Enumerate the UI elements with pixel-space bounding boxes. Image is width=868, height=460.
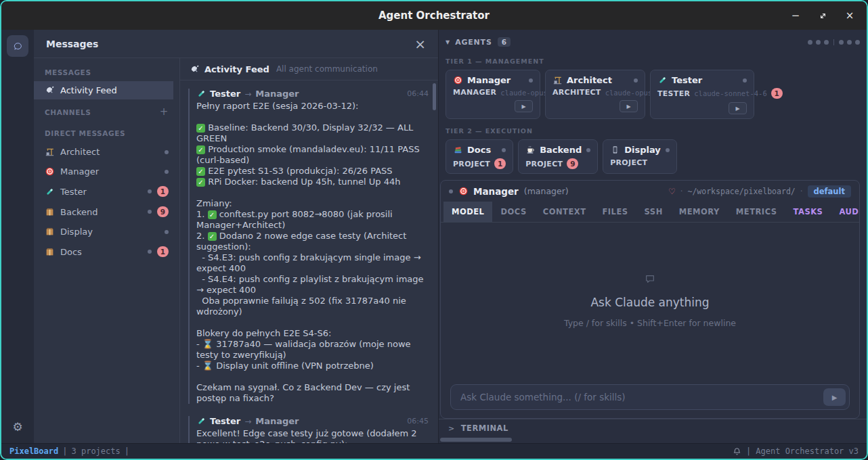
unread-badge: 1 xyxy=(494,158,506,169)
sidebar-item-docs[interactable]: Docs 1 xyxy=(34,242,179,262)
tab-ssh[interactable]: SSH xyxy=(636,202,671,222)
bell-icon-wrap[interactable] xyxy=(732,446,741,456)
activity-feed: Activity Feed All agent communication Te… xyxy=(180,58,438,443)
vertical-scrollbar[interactable] xyxy=(433,83,436,110)
message-to: Manager xyxy=(255,416,299,426)
satellite-icon xyxy=(190,64,199,74)
presence-dot xyxy=(634,78,638,83)
tab-files[interactable]: FILES xyxy=(594,202,636,222)
ask-claude-input[interactable] xyxy=(460,392,818,402)
unread-badge: 1 xyxy=(771,88,783,99)
chevron-right-icon: > xyxy=(448,424,455,433)
status-bar: PixelBoard | 3 projects | | Agent Orches… xyxy=(1,443,867,459)
speech-bubble-icon xyxy=(645,273,655,284)
tab-docs[interactable]: DOCS xyxy=(492,202,534,222)
coffee-icon xyxy=(525,145,535,155)
target-icon xyxy=(458,187,468,196)
conversation-sidebar: MESSAGES Activity Feed CHANNELS + DIRECT… xyxy=(34,58,180,443)
check-icon: ✓ xyxy=(208,232,217,241)
message-time: 06:45 xyxy=(407,417,429,426)
status-dot xyxy=(808,40,812,45)
close-button[interactable]: × xyxy=(844,9,856,22)
gear-icon: ⚙ xyxy=(12,421,23,432)
agents-count-badge: 6 xyxy=(498,37,511,47)
empty-state-hint: Type / for skills • Shift+Enter for newl… xyxy=(564,318,736,328)
books-icon xyxy=(453,145,462,155)
terminal-toggle[interactable]: > TERMINAL xyxy=(439,419,867,437)
tab-metrics[interactable]: METRICS xyxy=(728,202,785,222)
testtube-icon xyxy=(196,89,206,99)
messages-header: Messages × xyxy=(34,30,438,58)
messages-section-label: MESSAGES xyxy=(34,61,179,81)
message-to: Manager xyxy=(255,89,299,99)
window-controls: − × xyxy=(789,9,867,22)
tab-context[interactable]: CONTEXT xyxy=(535,202,594,222)
profile-badge[interactable]: default xyxy=(808,185,851,198)
scrollbar-thumb[interactable] xyxy=(440,438,512,442)
statusbar-separator: | xyxy=(746,446,751,456)
phone-icon xyxy=(610,145,620,155)
presence-dot xyxy=(586,148,590,152)
message-body: Excellent! Edge case testy już gotowe (d… xyxy=(196,428,429,443)
meta-separator: · xyxy=(680,187,683,196)
unread-badge: 9 xyxy=(567,158,578,169)
collapse-agents-button[interactable]: ▼ xyxy=(446,39,450,45)
sidebar-item-architect[interactable]: Architect xyxy=(34,142,179,162)
dot-separator xyxy=(833,39,834,45)
package-icon xyxy=(45,207,54,216)
message-list[interactable]: Tester → Manager 06:44 Pełny raport E2E … xyxy=(180,80,438,443)
message-from: Tester xyxy=(210,416,240,426)
agent-card-display[interactable]: Display PROJECT xyxy=(603,139,677,174)
messages-rail-button[interactable] xyxy=(7,35,28,57)
statusbar-projects: 3 projects xyxy=(71,446,120,456)
sidebar-item-activity-feed[interactable]: Activity Feed xyxy=(34,81,173,99)
run-agent-button[interactable]: ▶ xyxy=(620,100,638,112)
agent-card-tester[interactable]: Tester TESTERclaude-sonnet-4-61 ▶ xyxy=(650,70,754,119)
tab-audit[interactable]: AUDIT xyxy=(831,202,860,222)
tier1-label: TIER 1 — MANAGEMENT xyxy=(446,58,860,65)
favorite-heart-icon[interactable]: ♡ xyxy=(668,187,676,196)
add-channel-button[interactable]: + xyxy=(160,107,169,117)
message: Tester → Manager 06:45 Excellent! Edge c… xyxy=(188,416,429,443)
agents-title: AGENTS xyxy=(455,38,492,47)
horizontal-scrollbar[interactable] xyxy=(439,437,867,443)
run-agent-button[interactable]: ▶ xyxy=(729,102,747,114)
manager-detail-panel: Manager (manager) ♡ · ~/workspace/pixelb… xyxy=(440,180,860,419)
status-dot xyxy=(839,40,844,45)
sidebar-item-manager[interactable]: Manager xyxy=(34,162,179,181)
statusbar-version: Agent Orchestrator v3 xyxy=(756,446,859,456)
minimize-button[interactable]: − xyxy=(789,9,802,22)
maximize-button[interactable] xyxy=(817,9,829,22)
agent-card-manager[interactable]: Manager MANAGERclaude-opus-4-6 ▶ xyxy=(446,70,540,119)
workspace-path: ~/workspace/pixelboard/ xyxy=(688,187,796,196)
settings-rail-button[interactable]: ⚙ xyxy=(7,416,28,438)
unread-badge: 9 xyxy=(157,206,169,217)
sidebar-item-tester[interactable]: Tester 1 xyxy=(34,181,179,202)
window-title: Agent Orchestrator xyxy=(1,9,867,22)
package-icon xyxy=(45,247,54,256)
check-icon: ✓ xyxy=(196,145,205,154)
agents-section: ▼ AGENTS 6 TIER 1 — MANAGEMENT Manager M… xyxy=(439,30,867,174)
sidebar-item-backend[interactable]: Backend 9 xyxy=(34,202,179,222)
tab-tasks[interactable]: TASKS xyxy=(785,202,831,222)
agent-name: Manager xyxy=(473,186,519,197)
presence-dot xyxy=(148,189,152,193)
messages-close-button[interactable]: × xyxy=(414,37,426,51)
activity-feed-header: Activity Feed All agent communication xyxy=(180,58,438,80)
presence-dot xyxy=(666,148,670,152)
arrow-icon: → xyxy=(244,417,251,426)
tab-memory[interactable]: MEMORY xyxy=(671,202,728,222)
unread-badge: 1 xyxy=(157,246,169,257)
tab-model[interactable]: MODEL xyxy=(443,202,492,222)
testtube-icon xyxy=(657,76,667,85)
agent-card-architect[interactable]: Architect ARCHITECTclaude-opus-4-6 ▶ xyxy=(545,70,645,119)
agent-card-docs[interactable]: Docs PROJECT1 xyxy=(446,139,513,174)
agent-card-backend[interactable]: Backend PROJECT9 xyxy=(518,139,598,174)
crane-icon xyxy=(552,76,562,85)
statusbar-app-name: PixelBoard xyxy=(9,446,58,456)
send-button[interactable]: ▶ xyxy=(823,388,846,406)
run-agent-button[interactable]: ▶ xyxy=(515,100,533,112)
package-icon xyxy=(45,227,54,237)
sidebar-item-display[interactable]: Display xyxy=(34,222,179,242)
statusbar-separator: | xyxy=(62,446,67,456)
